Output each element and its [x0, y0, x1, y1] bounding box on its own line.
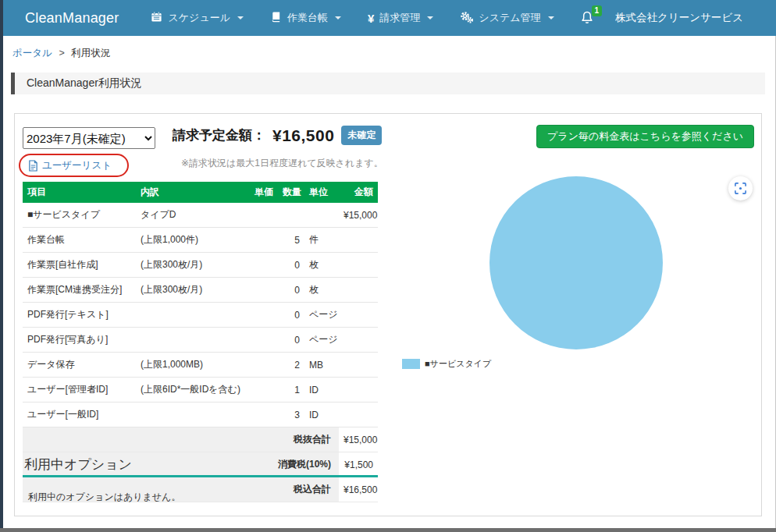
page-title: CleanManager利用状況: [27, 76, 142, 90]
nav-item-billing[interactable]: ¥ 請求管理: [354, 0, 447, 36]
chevron-down-icon: [427, 16, 433, 20]
cell-amount: [339, 328, 378, 353]
cell-amount: [339, 403, 378, 427]
cell-unit-price: [247, 303, 278, 328]
cell-qty: 5: [278, 228, 304, 253]
user-list-link[interactable]: ユーザーリスト: [28, 159, 112, 172]
cell-item: PDF発行[テキスト]: [23, 303, 136, 328]
nav-item-schedule[interactable]: スケジュール: [137, 0, 257, 36]
status-badge: 未確定: [341, 126, 382, 145]
options-empty-message: 利用中のオプションはありません。: [28, 491, 180, 504]
cell-qty: 0: [278, 328, 304, 353]
top-navbar: CleanManager スケジュール: [3, 0, 776, 36]
legend-swatch: [402, 359, 420, 369]
cell-item: ユーザー[一般ID]: [23, 403, 136, 427]
table-row: データ保存 (上限1,000MB) 2 MB: [23, 353, 378, 378]
cell-unit-price: [247, 203, 278, 228]
chevron-down-icon: [335, 16, 341, 20]
cell-qty: 0: [278, 253, 304, 278]
col-header-unit: 単位: [304, 182, 339, 203]
cell-detail: (上限300枚/月): [136, 253, 247, 278]
cell-unit-price: [247, 278, 278, 303]
table-row: ■サービスタイプ タイプD ¥15,000: [23, 203, 378, 228]
brand-logo[interactable]: CleanManager: [25, 10, 119, 27]
nav-item-system-admin[interactable]: システム管理: [447, 0, 567, 36]
table-row: ユーザー[一般ID] 3 ID: [23, 403, 378, 427]
notification-count-badge: 1: [592, 5, 603, 16]
nav-item-label: 作業台帳: [287, 11, 328, 25]
scan-focus-icon: [734, 182, 747, 195]
nav-item-label: 請求管理: [379, 11, 420, 25]
billing-amount-value: ¥16,500: [272, 126, 334, 145]
month-select[interactable]: 2023年7月(未確定): [23, 127, 155, 149]
col-header-qty: 数量: [278, 182, 304, 203]
cell-unit-price: [247, 378, 278, 403]
table-row: ユーザー[管理者ID] (上限6ID*一般IDを含む) 1 ID: [23, 378, 378, 403]
summary-amount: ¥15,000: [339, 427, 378, 452]
nav-menu: スケジュール 作業台帳 ¥ 請求管理: [137, 0, 567, 36]
cell-amount: ¥15,000: [339, 203, 378, 228]
book-icon: [270, 11, 282, 25]
cell-unit: 枚: [304, 278, 339, 303]
cell-amount: [339, 353, 378, 378]
app-window: CleanManager スケジュール: [0, 0, 776, 532]
cell-unit: [304, 203, 339, 228]
cell-unit-price: [247, 253, 278, 278]
cell-unit: ページ: [304, 303, 339, 328]
cell-detail: [136, 328, 247, 353]
cell-unit: 枚: [304, 253, 339, 278]
chart-focus-button[interactable]: [728, 176, 753, 200]
cell-item: ユーザー[管理者ID]: [23, 378, 136, 403]
billing-amount-label: 請求予定金額：: [173, 126, 265, 144]
chevron-down-icon: [548, 16, 554, 20]
plan-price-table-button[interactable]: プラン毎の料金表はこちらを参照ください: [536, 125, 754, 148]
notification-button[interactable]: 1: [579, 9, 595, 27]
chevron-down-icon: [237, 16, 244, 20]
billing-note: ※請求状況は最大1日程度遅れて反映されます。: [181, 157, 383, 170]
usage-table: 項目 内訳 単価 数量 単位 金額 ■サービスタイプ タイプD ¥15,000: [23, 182, 378, 502]
usage-panel: 2023年7月(未確定) 請求予定金額： ¥16,500 未確定 ※請求状況は最…: [14, 113, 762, 516]
pie-chart-legend: ■サービスタイプ: [402, 358, 491, 370]
col-header-item: 項目: [23, 182, 136, 203]
cell-amount: [339, 253, 378, 278]
table-row: PDF発行[写真あり] 0 ページ: [23, 328, 378, 353]
breadcrumb-separator: >: [59, 48, 64, 59]
cell-amount: [339, 228, 378, 253]
legend-label: ■サービスタイプ: [425, 358, 491, 370]
summary-amount: ¥16,500: [339, 477, 378, 502]
yen-icon: ¥: [368, 12, 374, 25]
table-row: 作業票[自社作成] (上限300枚/月) 0 枚: [23, 253, 378, 278]
cell-detail: タイプD: [136, 203, 247, 228]
cell-unit-price: [247, 403, 278, 427]
cell-detail: [136, 303, 247, 328]
cell-amount: [339, 378, 378, 403]
col-header-detail: 内訳: [136, 182, 247, 203]
breadcrumb-portal-link[interactable]: ポータル: [12, 48, 52, 59]
cell-item: PDF発行[写真あり]: [23, 328, 136, 353]
cell-unit-price: [247, 353, 278, 378]
cell-qty: [278, 203, 304, 228]
nav-item-work-ledger[interactable]: 作業台帳: [257, 0, 354, 36]
usage-table-header: 項目 内訳 単価 数量 単位 金額: [23, 182, 378, 203]
options-title-underline: [23, 475, 378, 477]
calendar-icon: [151, 11, 162, 25]
company-name[interactable]: 株式会社クリーンサービス: [615, 11, 743, 25]
table-row: 作業台帳 (上限1,000件) 5 件: [23, 228, 378, 253]
table-row: PDF発行[テキスト] 0 ページ: [23, 303, 378, 328]
document-icon: [28, 160, 38, 172]
cell-item: 作業票[CM連携受注分]: [23, 278, 136, 303]
cell-qty: 1: [278, 378, 304, 403]
options-section-title: 利用中オプション: [24, 456, 132, 473]
gears-icon: [460, 11, 473, 26]
cell-unit: ID: [304, 378, 339, 403]
cell-detail: (上限300枚/月): [136, 278, 247, 303]
breadcrumb: ポータル > 利用状況: [12, 47, 110, 60]
cell-unit: ID: [304, 403, 339, 427]
cell-item: データ保存: [23, 353, 136, 378]
cell-amount: [339, 303, 378, 328]
cell-unit: ページ: [304, 328, 339, 353]
cell-detail: (上限1,000MB): [136, 353, 247, 378]
cell-qty: 0: [278, 278, 304, 303]
cell-item: 作業票[自社作成]: [23, 253, 136, 278]
summary-label: 税抜合計: [23, 427, 339, 452]
